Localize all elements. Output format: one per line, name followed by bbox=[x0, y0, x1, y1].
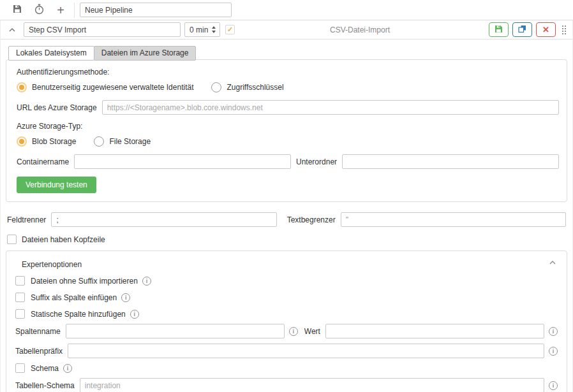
radio-label: Zugriffsschlüssel bbox=[227, 83, 283, 92]
expert-collapse-button[interactable] bbox=[549, 258, 556, 267]
step-delete-button[interactable]: ✕ bbox=[536, 22, 556, 37]
step-duration-spinner[interactable]: 0 min bbox=[184, 22, 220, 37]
source-tabs: Lokales Dateisystem Dateien im Azure Sto… bbox=[8, 46, 567, 61]
column-name-input[interactable] bbox=[66, 324, 285, 338]
suffix-column-label: Suffix als Spalte einfügen bbox=[31, 293, 117, 302]
radio-unselected-icon bbox=[94, 136, 104, 147]
save-pipeline-button[interactable] bbox=[6, 2, 28, 18]
step-title: CSV-Datei-Import bbox=[235, 25, 485, 34]
step-enabled-checkbox[interactable]: ✓ bbox=[225, 25, 235, 34]
table-prefix-input[interactable] bbox=[68, 344, 544, 358]
chevron-up-icon bbox=[549, 258, 556, 267]
container-name-input[interactable] bbox=[74, 154, 291, 169]
expert-options-panel: Expertenoptionen Dateien ohne Suffix imp… bbox=[6, 250, 567, 392]
test-connection-button[interactable]: Verbindung testen bbox=[17, 177, 96, 193]
radio-selected-icon bbox=[17, 82, 27, 92]
step-save-button[interactable] bbox=[489, 22, 509, 37]
pipeline-name-input[interactable] bbox=[80, 3, 232, 17]
table-schema-input[interactable] bbox=[80, 378, 544, 392]
step-card: 0 min ✓ CSV-Datei-Import ✕ bbox=[0, 20, 573, 392]
static-column-row: Statische Spalte hinzufügen i bbox=[15, 309, 558, 319]
tab-local-filesystem[interactable]: Lokales Dateisystem bbox=[8, 46, 94, 61]
table-schema-label: Tabellen-Schema bbox=[15, 381, 75, 390]
static-column-label: Statische Spalte hinzufügen bbox=[31, 310, 126, 319]
info-icon[interactable]: i bbox=[549, 347, 558, 356]
schema-checkbox[interactable] bbox=[15, 363, 25, 373]
radio-managed-identity[interactable]: Benutzerseitig zugewiesene verwaltete Id… bbox=[17, 82, 193, 92]
step-duration-value[interactable]: 0 min bbox=[185, 25, 209, 34]
add-step-button[interactable]: + bbox=[50, 2, 71, 18]
schema-label: Schema bbox=[31, 364, 59, 373]
radio-label: Benutzerseitig zugewiesene verwaltete Id… bbox=[32, 83, 193, 92]
field-separator-input[interactable] bbox=[51, 212, 276, 227]
delimiter-row: Feldtrenner Textbegrenzer bbox=[7, 212, 566, 227]
info-icon[interactable]: i bbox=[549, 381, 558, 390]
radio-label: File Storage bbox=[109, 137, 151, 146]
storage-type-label: Azure Storage-Typ: bbox=[17, 122, 559, 131]
save-icon bbox=[13, 4, 22, 15]
no-suffix-label: Dateien ohne Suffix importieren bbox=[31, 277, 138, 286]
info-icon[interactable]: i bbox=[130, 310, 139, 319]
info-icon[interactable]: i bbox=[63, 364, 72, 373]
storage-type-radio-group: Blob Storage File Storage bbox=[17, 136, 559, 147]
table-prefix-row: Tabellenpräfix i bbox=[15, 344, 558, 358]
radio-file-storage[interactable]: File Storage bbox=[94, 136, 151, 147]
step-name-input[interactable] bbox=[24, 22, 181, 37]
spinner-up-icon[interactable] bbox=[212, 26, 216, 29]
has-header-row: Dateien haben Kopfzeile bbox=[7, 235, 566, 244]
static-column-checkbox[interactable] bbox=[15, 309, 25, 319]
radio-blob-storage[interactable]: Blob Storage bbox=[17, 136, 76, 147]
drag-handle-icon[interactable] bbox=[562, 25, 566, 34]
no-suffix-row: Dateien ohne Suffix importieren i bbox=[15, 276, 558, 286]
radio-access-key[interactable]: Zugriffsschlüssel bbox=[211, 82, 283, 92]
close-icon: ✕ bbox=[542, 25, 549, 34]
radio-label: Blob Storage bbox=[32, 137, 76, 146]
column-name-label: Spaltenname bbox=[15, 327, 61, 336]
toolbar-divider bbox=[74, 3, 75, 18]
stopwatch-icon bbox=[34, 4, 45, 17]
container-name-label: Containername bbox=[17, 157, 69, 166]
info-icon[interactable]: i bbox=[289, 327, 298, 336]
has-header-label: Dateien haben Kopfzeile bbox=[22, 235, 105, 244]
step-content: Lokales Dateisystem Dateien im Azure Sto… bbox=[1, 40, 572, 392]
schedule-pipeline-button[interactable] bbox=[28, 2, 50, 18]
tab-azure-storage[interactable]: Dateien im Azure Storage bbox=[94, 46, 197, 61]
suffix-column-row: Suffix als Spalte einfügen i bbox=[15, 293, 558, 302]
field-separator-label: Feldtrenner bbox=[7, 215, 46, 224]
pipeline-toolbar: + bbox=[0, 0, 573, 20]
storage-url-row: URL des Azure Storage bbox=[17, 100, 559, 115]
spinner-down-icon[interactable] bbox=[212, 31, 216, 33]
auth-method-label: Authentifizierungsmethode: bbox=[17, 68, 559, 76]
schema-row: Schema i bbox=[15, 363, 558, 373]
azure-storage-panel: Authentifizierungsmethode: Benutzerseiti… bbox=[6, 59, 567, 202]
text-delimiter-label: Textbegrenzer bbox=[287, 215, 336, 224]
info-icon[interactable]: i bbox=[121, 293, 130, 302]
subfolder-input[interactable] bbox=[342, 154, 559, 169]
table-prefix-label: Tabellenpräfix bbox=[15, 347, 63, 356]
expert-options-title: Expertenoptionen bbox=[22, 260, 558, 269]
subfolder-label: Unterordner bbox=[296, 157, 337, 166]
radio-unselected-icon bbox=[211, 82, 221, 92]
plus-icon: + bbox=[57, 4, 64, 17]
auth-method-radio-group: Benutzerseitig zugewiesene verwaltete Id… bbox=[17, 82, 559, 92]
step-duplicate-button[interactable] bbox=[512, 22, 532, 37]
value-label: Wert bbox=[304, 327, 320, 336]
no-suffix-checkbox[interactable] bbox=[15, 276, 25, 286]
has-header-checkbox[interactable] bbox=[7, 235, 17, 244]
info-icon[interactable]: i bbox=[549, 327, 558, 336]
container-row: Containername Unterordner bbox=[17, 154, 559, 169]
storage-url-label: URL des Azure Storage bbox=[17, 103, 97, 112]
info-icon[interactable]: i bbox=[142, 277, 151, 286]
value-input[interactable] bbox=[325, 324, 544, 338]
column-name-row: Spaltenname i Wert i bbox=[15, 324, 558, 338]
suffix-column-checkbox[interactable] bbox=[15, 293, 25, 302]
save-icon bbox=[495, 25, 503, 35]
chevron-up-icon bbox=[8, 25, 16, 34]
step-header: 0 min ✓ CSV-Datei-Import ✕ bbox=[1, 20, 572, 40]
check-icon: ✓ bbox=[227, 25, 233, 34]
copy-icon bbox=[518, 25, 526, 35]
table-schema-row: Tabellen-Schema i bbox=[15, 378, 558, 392]
text-delimiter-input[interactable] bbox=[341, 212, 566, 227]
storage-url-input[interactable] bbox=[102, 100, 559, 115]
step-collapse-button[interactable] bbox=[6, 24, 19, 36]
